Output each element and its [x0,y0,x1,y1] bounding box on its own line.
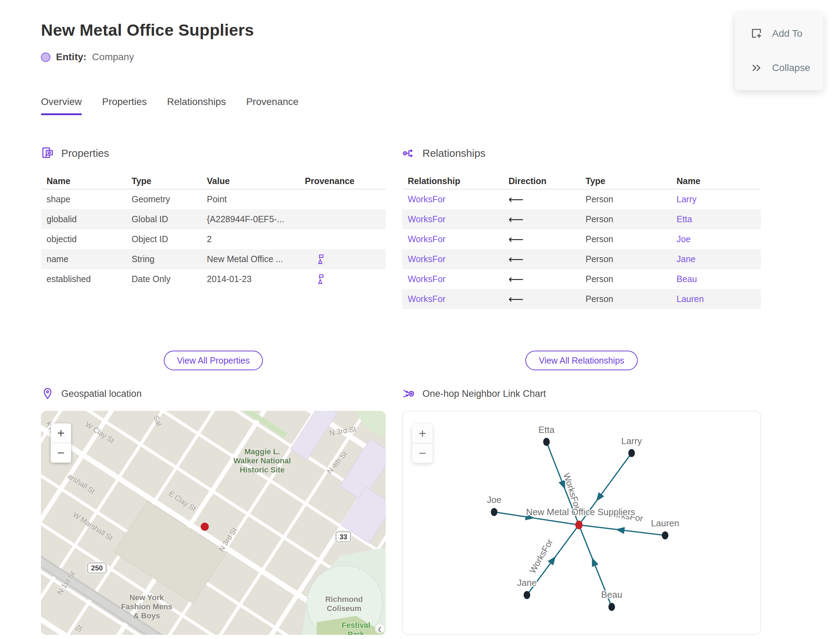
chart-zoom-in-button[interactable]: + [412,424,433,443]
collapse-button[interactable]: Collapse [750,62,823,74]
entity-type-badge [41,52,50,62]
table-row: objectidObject ID2 [41,229,386,249]
direction-cell: ⟵ [503,213,580,226]
entity-type-cell: Person [580,234,671,244]
table-row: WorksFor⟵PersonBeau [402,269,761,289]
property-name: globalid [41,214,126,224]
column-header: Relationship [402,176,503,186]
poi-line: Festival Park [341,621,371,635]
poi-line: Walker National [234,456,291,466]
related-entity-link[interactable]: Etta [676,214,692,224]
relationships-table: RelationshipDirectionTypeNameWorksFor⟵Pe… [402,173,761,332]
overview-columns: Properties NameTypeValueProvenanceshapeG… [41,145,840,635]
tab-overview[interactable]: Overview [41,96,82,113]
graph-node[interactable] [523,591,530,599]
table-row: nameStringNew Metal Office ... [41,249,386,269]
related-entity-link[interactable]: Larry [676,194,697,204]
geospatial-section-title: Geospatial location [61,388,142,399]
relationship-type-link[interactable]: WorksFor [408,194,445,204]
edge-arrowhead [615,526,625,534]
relationships-section-title: Relationships [422,147,485,159]
tab-properties[interactable]: Properties [102,96,147,113]
graph-node[interactable] [543,438,550,446]
edge-label: WorksFor [562,472,583,510]
tab-bar: OverviewPropertiesRelationshipsProvenanc… [41,96,840,113]
property-name: name [41,254,126,264]
property-type: Date Only [126,274,201,284]
graph-node[interactable] [628,449,635,457]
route-shield: 33 [336,532,351,542]
table-row: WorksFor⟵PersonLauren [402,289,761,309]
graph-node[interactable] [491,508,497,516]
relationship-type-link[interactable]: WorksFor [408,254,445,264]
add-to-label: Add To [772,28,803,39]
view-all-relationships-button[interactable]: View All Relationships [525,351,637,370]
graph-node[interactable] [608,603,615,611]
add-to-icon [750,27,763,40]
column-header: Name [41,176,126,186]
column-header: Type [580,176,671,186]
name-cell: Jane [671,254,761,264]
edge-arrowhead [548,554,558,566]
provenance-icon[interactable] [315,254,326,265]
related-entity-link[interactable]: Joe [676,234,690,244]
property-name: established [41,274,126,284]
relationship-type-link[interactable]: WorksFor [408,274,445,284]
poi-line: Coliseum [325,604,363,613]
property-name: shape [41,194,126,204]
provenance-icon[interactable] [315,273,326,285]
edge-arrowhead [589,556,598,567]
chart-zoom-out-button[interactable]: − [412,443,433,463]
link-chart[interactable]: WorksForWorksForWorksForNew Metal Office… [402,411,761,635]
property-value: 2 [201,234,299,244]
column-header: Direction [503,176,580,186]
left-column: Properties NameTypeValueProvenanceshapeG… [41,145,386,635]
map-pin-icon [41,387,54,401]
graph-node[interactable] [662,531,668,539]
name-cell: Beau [671,274,761,284]
related-entity-link[interactable]: Jane [676,254,695,264]
graph-node-label: Larry [621,436,642,446]
map[interactable]: k RdW Clay StSalN 3rd StN 4th StE Clay S… [41,411,386,635]
direction-cell: ⟵ [503,273,580,285]
street-label: St [73,623,84,634]
tab-provenance[interactable]: Provenance [246,96,298,113]
relationship-cell: WorksFor [402,294,503,304]
properties-icon [41,146,54,160]
property-value: New Metal Office ... [201,254,299,264]
one-hop-icon [402,387,415,401]
street-label: N 1st St [56,570,77,596]
relationship-type-link[interactable]: WorksFor [408,214,445,224]
column-header: Type [126,176,201,186]
property-provenance [299,273,386,285]
street-label: N 3rd St [329,425,356,437]
related-entity-link[interactable]: Beau [676,274,697,284]
relationships-header-row: RelationshipDirectionTypeName [402,173,761,189]
entity-label: Entity: [56,51,86,63]
column-header: Name [671,176,761,186]
properties-section-header: Properties [41,145,386,161]
relationships-icon [402,146,415,160]
direction-cell: ⟵ [503,193,580,205]
relationship-cell: WorksFor [402,194,503,204]
map-zoom-in-button[interactable]: + [51,423,71,443]
center-graph-node[interactable] [575,521,583,529]
related-entity-link[interactable]: Lauren [676,294,704,304]
relationship-type-link[interactable]: WorksFor [408,294,445,304]
add-to-button[interactable]: Add To [750,27,823,40]
map-zoom-out-button[interactable]: − [51,443,71,463]
poi-label: New YorkFashion Mens& Boys [121,593,173,620]
street-label: W Marshall St [72,510,115,542]
street-label: E Clay St [167,489,197,513]
edge-label: WorksFor [527,537,555,575]
graph-node-label: Etta [538,425,555,435]
relationship-type-link[interactable]: WorksFor [408,234,445,244]
name-cell: Joe [671,234,761,244]
entity-page: Add To Collapse New Metal Office Supplie… [0,0,840,639]
direction-arrow: ⟵ [509,213,523,225]
link-chart-section-title: One-hop Neighbor Link Chart [422,388,546,399]
view-all-properties-button[interactable]: View All Properties [164,351,263,370]
tab-relationships[interactable]: Relationships [167,96,226,113]
entity-location-marker[interactable] [201,523,209,531]
relationship-cell: WorksFor [402,214,503,224]
